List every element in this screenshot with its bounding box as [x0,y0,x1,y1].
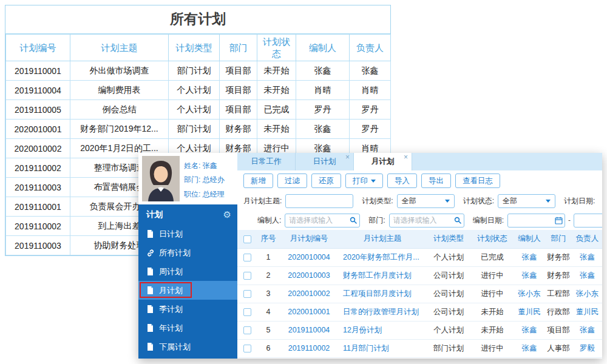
row-checkbox[interactable] [243,272,251,280]
plan-id-link[interactable]: 2020010004 [280,248,338,266]
close-icon[interactable]: × [404,153,408,161]
plan-id-link[interactable]: 2020010002 [280,285,338,303]
all-plans-cell: 已完成 [257,100,296,120]
import-button[interactable]: 导入 [387,174,417,188]
cell-plan-status: 已完成 [470,248,514,266]
sidebar-item-label: 下属计划 [159,342,191,352]
creator-link[interactable]: 张鑫 [514,339,544,357]
add-button[interactable]: 新增 [243,174,273,188]
print-button[interactable]: 打印 [345,174,383,188]
chevron-down-icon [546,200,551,203]
all-plans-column-header: 负责人 [350,35,391,61]
sidebar-item-label: 所有计划 [159,248,191,258]
row-checkbox[interactable] [243,290,251,298]
sidebar-item-quarterly-plan[interactable]: 季计划 [138,300,237,318]
tab-daily-plan[interactable]: 日计划× [296,153,354,170]
sidebar-item-yearly-plan[interactable]: 年计划 [138,318,237,337]
button-label: 新增 [251,176,266,186]
gear-icon[interactable]: ⚙ [223,209,231,220]
owner-link[interactable]: 罗毅 [572,339,602,357]
all-plans-cell: 2020010001 [6,120,70,139]
plan-table-row: 22020010003财务部工作月度计划公司计划进行中张鑫财务部张鑫 [237,266,602,285]
plan-type-filter-select[interactable]: 全部 [397,194,455,208]
creator-filter-label: 编制人: [257,215,281,226]
sidebar-item-label: 月计划 [159,285,183,296]
all-plans-cell: 2019110001 [6,61,70,81]
tab-bar: 日常工作日计划×月计划× [237,153,602,170]
row-checkbox[interactable] [243,308,251,316]
plan-subject-link[interactable]: 12月份计划 [338,321,427,339]
view-log-button[interactable]: 查看日志 [455,174,500,188]
all-plans-header-row: 计划编号计划主题计划类型部门计划状态编制人负责人 [6,35,391,61]
avatar [142,156,180,201]
user-profile: 姓名: 张鑫 部门: 总经办 职位: 总经理 [138,153,237,204]
monthly-subject-filter-input[interactable] [285,194,353,208]
creator-link[interactable]: 张鑫 [514,321,544,339]
created-date-to-input[interactable] [574,214,602,228]
all-plans-row: 2020010001财务部门2019年12...部门计划财务部未开始张鑫罗丹 [6,120,391,139]
calendar-icon[interactable] [555,217,563,224]
all-plans-cell: 2019110002 [6,217,70,236]
plan-status-filter-select[interactable]: 全部 [498,194,555,208]
monthly-subject-filter-label: 月计划主题: [243,196,282,206]
row-checkbox[interactable] [243,345,251,352]
creator-filter-search [285,214,360,228]
owner-link[interactable]: 董川民 [572,303,602,321]
dept-filter-input[interactable] [389,214,464,228]
chevron-down-icon [445,200,450,203]
tab-label: 日常工作 [251,157,282,167]
creator-link[interactable]: 张小东 [514,285,544,303]
cell-plan-status: 未开始 [470,303,514,321]
sidebar-item-monthly-plan[interactable]: 月计划 [138,281,237,300]
search-icon[interactable] [454,217,461,224]
creator-link[interactable]: 张鑫 [514,266,544,285]
row-checkbox[interactable] [243,254,251,261]
close-icon[interactable]: × [345,153,350,161]
profile-department: 部门: 总经办 [184,173,225,187]
plan-id-link[interactable]: 2020010003 [280,266,338,285]
creator-filter-input[interactable] [285,214,360,228]
plan-id-link[interactable]: 2020010001 [280,303,338,321]
row-checkbox-cell [237,248,257,266]
plan-id-link[interactable]: 2019110004 [280,321,338,339]
plan-subject-link[interactable]: 2020年财务部工作月... [338,248,427,266]
tab-daily-work[interactable]: 日常工作 [237,153,296,170]
date-range-separator: - [568,216,571,224]
plan-table-row: 5201911000412月份计划个人计划未开始张鑫项目部张鑫 [237,321,602,339]
creator-link[interactable]: 董川民 [514,303,544,321]
sidebar-item-weekly-plan[interactable]: 周计划 [138,262,237,281]
plan-subject-link[interactable]: 11月部门计划 [338,339,427,357]
sidebar-item-daily-plan[interactable]: 日计划 [138,224,237,243]
plan-table-body: 120200100042020年财务部工作月...个人计划已完成张鑫财务部张鑫2… [237,248,602,357]
button-label: 打印 [353,176,368,186]
select-all-checkbox[interactable] [243,235,251,243]
sidebar-item-all-plans[interactable]: 所有计划 [138,243,237,262]
creator-link[interactable]: 张鑫 [514,248,544,266]
reset-button[interactable]: 还原 [311,174,341,188]
all-plans-cell: 2019110004 [6,81,70,100]
sidebar-section-plan[interactable]: 计划 ⚙ [138,204,237,224]
sidebar-item-label: 日计划 [159,229,183,240]
cell-plan-status: 未开始 [470,321,514,339]
export-button[interactable]: 导出 [421,174,451,188]
tab-monthly-plan[interactable]: 月计划× [354,153,412,170]
row-checkbox-cell [237,266,257,285]
filter-button[interactable]: 过滤 [277,174,307,188]
row-checkbox[interactable] [243,326,251,334]
owner-link[interactable]: 张鑫 [572,321,602,339]
row-checkbox-cell [237,339,257,357]
sidebar-item-subordinate-plan[interactable]: 下属计划 [138,337,237,356]
owner-link[interactable]: 张鑫 [572,266,602,285]
plan-subject-link[interactable]: 财务部工作月度计划 [338,266,427,285]
plan-subject-link[interactable]: 工程项目部月度计划 [338,285,427,303]
button-label: 导出 [429,176,444,186]
search-icon[interactable] [350,217,357,224]
plan-module-window: 姓名: 张鑫 部门: 总经办 职位: 总经理 计划 ⚙ 日计划所有计划周计划月计… [138,153,602,359]
owner-link[interactable]: 张小东 [572,285,602,303]
plan-subject-link[interactable]: 日常的行政管理月计划 [338,303,427,321]
file-icon [146,324,154,332]
plan-id-link[interactable]: 2019110002 [280,339,338,357]
owner-link[interactable]: 张鑫 [572,248,602,266]
sidebar-section-label: 计划 [146,209,163,220]
all-plans-cell: 2019110003 [6,178,70,197]
